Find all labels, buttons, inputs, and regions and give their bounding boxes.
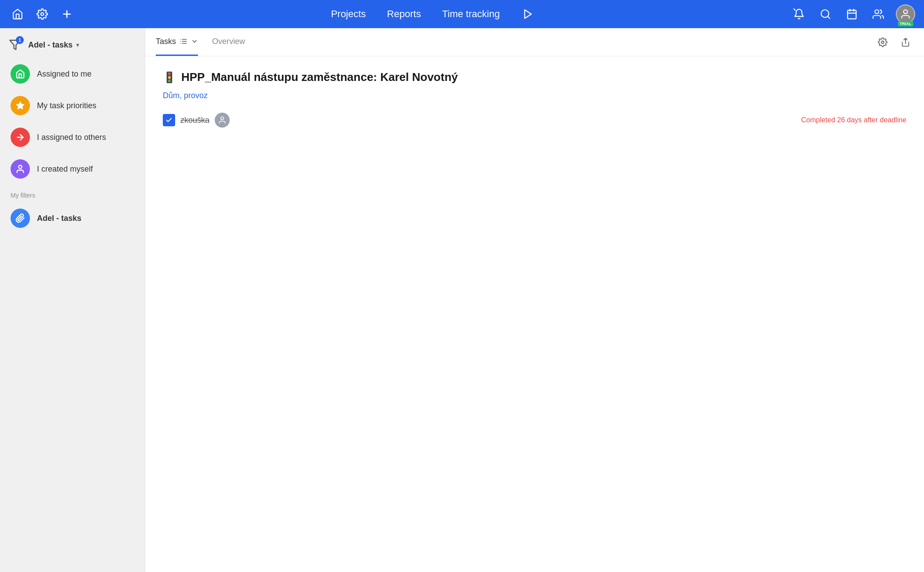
sidebar-item-label: I created myself [37,165,93,174]
my-task-priorities-icon [11,96,30,115]
projects-nav[interactable]: Projects [329,5,367,23]
sidebar: 1 Adel - tasks ▾ Assigned to me [0,28,145,572]
i-assigned-to-others-icon [11,128,30,147]
svg-line-6 [828,16,830,18]
tasks-filter-icon [180,37,187,45]
i-created-myself-icon [11,159,30,179]
main-layout: 1 Adel - tasks ▾ Assigned to me [0,28,924,572]
sidebar-item-adel-tasks-filter[interactable]: Adel - tasks [0,202,145,234]
content-header: Tasks Overview [145,28,924,56]
notifications-icon[interactable] [790,5,808,23]
tabs-row: Tasks Overview [156,28,245,56]
svg-point-0 [41,13,44,16]
svg-point-23 [881,41,884,44]
sidebar-title: Adel - tasks [28,40,73,50]
assigned-to-me-icon [11,64,30,84]
topnav-center: Projects Reports Time tracking [329,5,537,23]
topnav: Projects Reports Time tracking [0,0,924,28]
sidebar-item-label: I assigned to others [37,133,106,142]
tab-tasks-label: Tasks [156,37,176,46]
timetracking-nav[interactable]: Time tracking [440,5,502,23]
adel-tasks-filter-icon [11,209,30,228]
share-header-icon[interactable] [898,34,913,50]
content-header-right [875,34,913,50]
tab-overview-label: Overview [212,37,245,46]
trial-badge: TRIAL [898,21,913,26]
sidebar-item-i-created-myself[interactable]: I created myself [0,153,145,185]
tab-overview[interactable]: Overview [212,28,245,56]
topnav-right: TRIAL [790,4,915,24]
svg-rect-7 [847,10,856,19]
settings-header-icon[interactable] [875,34,891,50]
my-filters-label: My filters [0,185,145,202]
sidebar-title-wrap: Adel - tasks ▾ [21,40,136,50]
sidebar-item-label: Assigned to me [37,70,92,79]
sidebar-item-i-assigned-to-others[interactable]: I assigned to others [0,121,145,153]
svg-line-4 [794,9,795,10]
play-icon[interactable] [519,5,537,23]
topnav-left [9,5,76,23]
tasks-chevron-icon [191,38,198,45]
task-title: HPP_Manuál nástupu zaměstnance: Karel No… [181,70,458,84]
task-assignee-avatar [215,113,230,128]
sidebar-item-label: Adel - tasks [37,214,81,223]
add-icon[interactable] [58,5,76,23]
calendar-icon[interactable] [843,5,861,23]
task-content: 🚦 HPP_Manuál nástupu zaměstnance: Karel … [145,56,924,572]
tab-tasks[interactable]: Tasks [156,28,198,56]
svg-marker-14 [16,102,24,109]
reports-nav[interactable]: Reports [385,5,423,23]
filter-badge-wrap[interactable]: 1 [9,39,21,51]
content-area: Tasks Overview [145,28,924,572]
search-icon[interactable] [817,5,834,23]
project-link[interactable]: Dům, provoz [163,91,906,100]
task-title-row: 🚦 HPP_Manuál nástupu zaměstnance: Karel … [163,70,906,84]
sidebar-item-assigned-to-me[interactable]: Assigned to me [0,58,145,90]
svg-marker-3 [524,10,531,18]
task-row: zkouška Completed 26 days after deadline [163,107,906,133]
settings-icon[interactable] [33,5,51,23]
task-checkbox[interactable] [163,114,175,126]
chevron-down-icon[interactable]: ▾ [76,41,79,48]
stoplight-icon: 🚦 [163,71,176,84]
people-icon[interactable] [869,5,887,23]
filter-count-badge: 1 [16,36,24,44]
svg-point-12 [904,10,908,14]
home-icon[interactable] [9,5,26,23]
svg-point-11 [875,10,879,14]
sidebar-header: 1 Adel - tasks ▾ [0,35,145,58]
svg-point-25 [221,117,224,120]
task-row-left: zkouška [163,113,230,128]
svg-point-16 [18,165,22,169]
sidebar-item-label: My task priorities [37,101,96,110]
sidebar-item-my-task-priorities[interactable]: My task priorities [0,90,145,121]
user-avatar-wrapper[interactable]: TRIAL [896,4,915,24]
task-status: Completed 26 days after deadline [801,116,906,124]
task-name: zkouška [180,116,209,125]
